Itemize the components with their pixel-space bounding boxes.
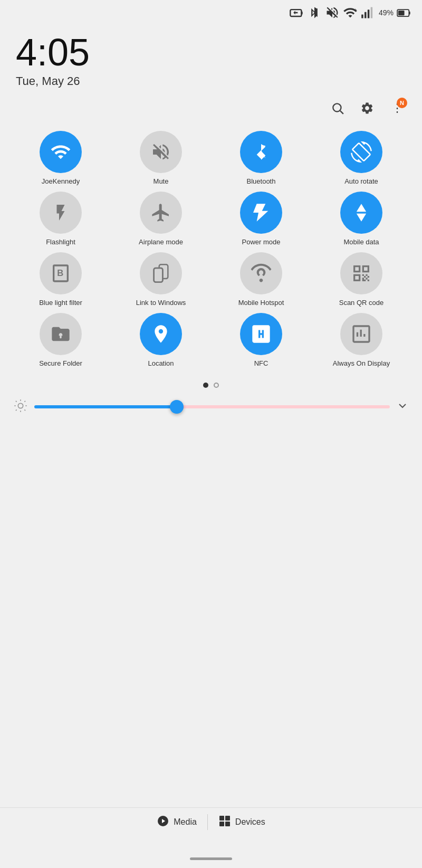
media-button[interactable]: Media: [157, 815, 197, 830]
more-options-button[interactable]: ⋮ N: [387, 99, 406, 118]
autorotate-tile-icon: [340, 131, 382, 173]
svg-rect-30: [219, 822, 224, 826]
svg-rect-31: [225, 822, 230, 826]
svg-text:+: +: [354, 7, 357, 13]
status-icons: + 49%: [289, 5, 411, 20]
mute-tile-label: Mute: [154, 177, 169, 186]
pagination: [0, 376, 422, 394]
tile-location[interactable]: Location: [113, 313, 208, 368]
tile-securefolder[interactable]: Secure Folder: [13, 313, 108, 368]
battery-percentage: 49%: [379, 8, 394, 17]
mute-tile-icon: [140, 131, 182, 173]
securefolder-tile-label: Secure Folder: [39, 359, 82, 368]
tile-nfc[interactable]: NFC: [214, 313, 309, 368]
battery-saver-icon: [289, 5, 304, 20]
tile-powermode[interactable]: Power mode: [214, 192, 309, 247]
tile-flashlight[interactable]: Flashlight: [13, 192, 108, 247]
svg-line-25: [24, 400, 25, 402]
tile-airplane[interactable]: Airplane mode: [113, 192, 208, 247]
airplane-tile-label: Airplane mode: [139, 238, 183, 247]
svg-point-17: [18, 403, 23, 408]
brightness-expand-button[interactable]: [396, 399, 409, 415]
location-tile-label: Location: [148, 359, 174, 368]
svg-line-11: [340, 111, 343, 114]
nfc-tile-icon: [240, 313, 282, 355]
pagination-dot-2: [214, 383, 219, 388]
home-indicator[interactable]: [190, 857, 232, 860]
autorotate-tile-label: Auto rotate: [344, 177, 378, 186]
svg-rect-1: [301, 12, 302, 15]
search-button[interactable]: [328, 99, 347, 118]
svg-rect-15: [154, 268, 163, 282]
mute-status-icon: [325, 5, 340, 20]
svg-rect-29: [225, 816, 230, 821]
tile-mobiledata[interactable]: Mobile data: [314, 192, 409, 247]
clock-time: 4:05: [16, 33, 406, 71]
tiles-grid: JoeKennedy Mute Bluetooth Auto rotate: [0, 123, 422, 376]
alwaysondisplay-tile-icon: [340, 313, 382, 355]
powermode-tile-label: Power mode: [242, 238, 281, 247]
svg-rect-6: [371, 7, 373, 18]
tile-autorotate[interactable]: Auto rotate: [314, 131, 409, 186]
alwaysondisplay-tile-label: Always On Display: [333, 359, 390, 368]
devices-label: Devices: [235, 817, 265, 827]
devices-icon: [218, 815, 231, 830]
slider-track: [34, 405, 390, 408]
svg-rect-3: [361, 15, 363, 18]
securefolder-tile-icon: [40, 313, 82, 355]
tile-linkwindows[interactable]: Link to Windows: [113, 252, 208, 308]
bluetooth-status-icon: [307, 5, 322, 20]
svg-line-24: [16, 409, 17, 411]
scanqr-tile-label: Scan QR code: [339, 299, 384, 308]
tile-bluelightfilter[interactable]: B Blue light filter: [13, 252, 108, 308]
hotspot-tile-label: Mobile Hotspot: [238, 299, 284, 308]
tile-mute[interactable]: Mute: [113, 131, 208, 186]
notification-badge: N: [397, 98, 407, 108]
scanqr-tile-icon: [340, 252, 382, 294]
media-play-icon: [157, 815, 169, 830]
linkwindows-tile-icon: [140, 252, 182, 294]
linkwindows-tile-label: Link to Windows: [136, 299, 186, 308]
wifi-tile-label: JoeKennedy: [42, 177, 80, 186]
nfc-tile-label: NFC: [254, 359, 268, 368]
battery-icon: [397, 5, 411, 20]
wifi-status-icon: +: [343, 5, 358, 20]
tile-wifi[interactable]: JoeKennedy: [13, 131, 108, 186]
bluelightfilter-tile-icon: B: [40, 252, 82, 294]
clock-area: 4:05 Tue, May 26: [0, 23, 422, 93]
clock-date: Tue, May 26: [16, 74, 406, 88]
airplane-tile-icon: [140, 192, 182, 234]
devices-button[interactable]: Devices: [218, 815, 265, 830]
bottom-bar: Media Devices: [0, 807, 422, 836]
tile-alwaysondisplay[interactable]: Always On Display: [314, 313, 409, 368]
tile-hotspot[interactable]: Mobile Hotspot: [214, 252, 309, 308]
brightness-row: [0, 394, 422, 420]
mobiledata-tile-label: Mobile data: [343, 238, 379, 247]
svg-rect-5: [368, 9, 370, 18]
svg-text:B: B: [57, 268, 63, 278]
svg-rect-9: [398, 11, 405, 15]
flashlight-tile-icon: [40, 192, 82, 234]
wifi-tile-icon: [40, 131, 82, 173]
action-row: ⋮ N: [0, 93, 422, 123]
hotspot-tile-icon: [240, 252, 282, 294]
bluetooth-tile-label: Bluetooth: [247, 177, 276, 186]
svg-rect-8: [409, 12, 410, 15]
svg-rect-4: [365, 12, 367, 18]
svg-rect-28: [219, 816, 224, 821]
slider-thumb: [170, 400, 184, 414]
bluelightfilter-tile-label: Blue light filter: [39, 299, 82, 308]
flashlight-tile-label: Flashlight: [46, 238, 75, 247]
brightness-icon: [13, 398, 28, 416]
svg-line-22: [16, 400, 17, 402]
bottom-divider: [207, 814, 208, 830]
tile-scanqr[interactable]: Scan QR code: [314, 252, 409, 308]
status-bar: + 49%: [0, 0, 422, 23]
mobiledata-tile-icon: [340, 192, 382, 234]
location-tile-icon: [140, 313, 182, 355]
powermode-tile-icon: [240, 192, 282, 234]
settings-button[interactable]: [358, 99, 377, 118]
pagination-dot-1: [203, 383, 208, 388]
brightness-slider[interactable]: [34, 405, 390, 408]
tile-bluetooth[interactable]: Bluetooth: [214, 131, 309, 186]
